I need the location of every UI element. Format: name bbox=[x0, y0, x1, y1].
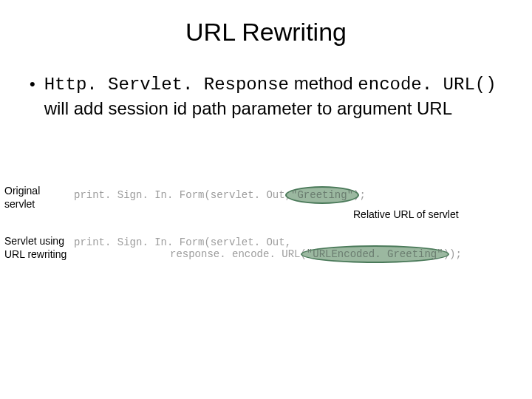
code-httpservletresponse: Http. Servlet. Response bbox=[44, 75, 289, 95]
code-line1-highlight: "Greeting" bbox=[291, 189, 353, 201]
code-line2b-highlight: "URLEncoded. Greeting" bbox=[307, 248, 443, 260]
bullet-row: • Http. Servlet. Response method encode.… bbox=[30, 72, 502, 121]
label-servlet-rewriting: Servlet using URL rewriting bbox=[4, 235, 71, 261]
code-line-1: print. Sign. In. Form(servlet. Out, "Gre… bbox=[74, 189, 488, 201]
code-line-2a: print. Sign. In. Form(servlet. Out, bbox=[74, 236, 517, 248]
code-snippet-original: print. Sign. In. Form(servlet. Out, "Gre… bbox=[74, 189, 488, 201]
highlight-greeting: "Greeting" bbox=[291, 189, 353, 201]
code-line-2b: response. encode. URL( "URLEncoded. Gree… bbox=[74, 248, 517, 260]
code-line1-prefix: print. Sign. In. Form(servlet. Out, bbox=[74, 189, 291, 201]
code-line2a-text: print. Sign. In. Form(servlet. Out, bbox=[74, 236, 291, 248]
bullet-text-1: method bbox=[289, 73, 358, 93]
bullet-dot: • bbox=[30, 73, 35, 121]
label-relative-url: Relative URL of servlet bbox=[353, 208, 516, 222]
bullet-text: Http. Servlet. Response method encode. U… bbox=[44, 72, 502, 121]
code-snippet-rewriting: print. Sign. In. Form(servlet. Out, resp… bbox=[74, 236, 517, 260]
highlight-urlencodedgreeting: "URLEncoded. Greeting" bbox=[307, 248, 443, 260]
label-original-servlet: Original servlet bbox=[4, 185, 71, 211]
code-encodeurl: encode. URL() bbox=[358, 75, 496, 95]
slide-title: URL Rewriting bbox=[0, 18, 532, 47]
code-line2b-prefix: response. encode. URL( bbox=[170, 248, 307, 260]
bullet-text-2: will add session id path parameter to ar… bbox=[44, 98, 452, 118]
bullet-block: • Http. Servlet. Response method encode.… bbox=[30, 72, 502, 121]
